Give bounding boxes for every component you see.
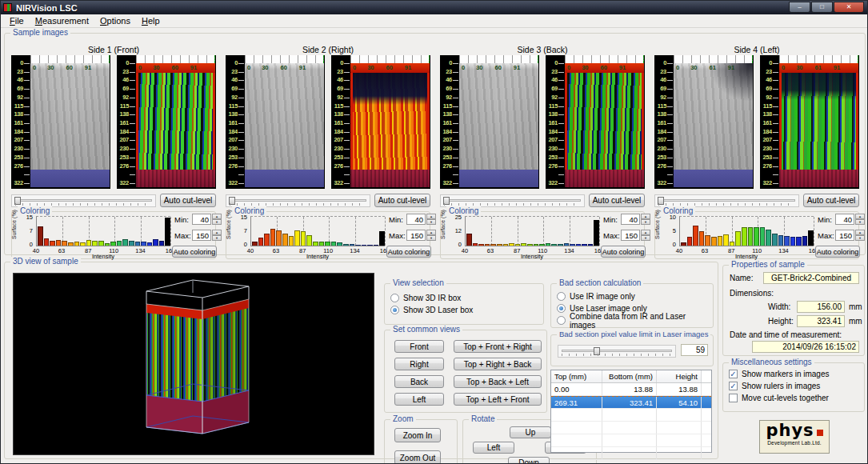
name-field[interactable]: GET-Brick2-Combined	[763, 272, 859, 284]
table-header-cell[interactable]: Top (mm)	[551, 370, 602, 382]
misc-option[interactable]: ✓Show rulers in images	[723, 380, 864, 392]
auto-cut-level-button[interactable]: Auto cut-level	[803, 194, 859, 207]
ir-image[interactable]: 0306091	[30, 63, 110, 187]
3d-sample-render[interactable]	[13, 273, 374, 455]
menu-help[interactable]: Help	[136, 15, 166, 26]
cut-level-slider[interactable]	[654, 194, 799, 207]
spinner-down-icon[interactable]: ▼	[641, 235, 650, 241]
auto-coloring-button[interactable]: Auto coloring	[815, 246, 860, 258]
max-spinner[interactable]: ▲▼	[212, 230, 222, 241]
laser-image[interactable]: 0306091	[565, 63, 644, 187]
table-row[interactable]: 0.0013.8813.88	[551, 383, 711, 396]
table-row[interactable]: 269.31323.4154.10	[551, 396, 711, 409]
menu-file[interactable]: File	[4, 15, 30, 26]
width-field[interactable]: 156.00	[797, 301, 845, 313]
auto-coloring-button[interactable]: Auto coloring	[601, 246, 646, 258]
spinner-down-icon[interactable]: ▼	[641, 219, 650, 225]
radio-icon[interactable]	[557, 304, 566, 313]
spinner-up-icon[interactable]: ▲	[426, 230, 436, 235]
menu-measurement[interactable]: Measurement	[30, 15, 94, 26]
min-spinner[interactable]: ▲▼	[855, 214, 865, 225]
bad-section-option[interactable]: Use IR image only	[551, 290, 713, 302]
cut-level-slider[interactable]	[226, 194, 370, 207]
table-header-cell[interactable]: Height (mm)	[657, 370, 702, 382]
cut-level-slider[interactable]	[11, 194, 156, 207]
ir-image[interactable]: 0306091	[245, 63, 324, 187]
radio-icon[interactable]	[557, 316, 566, 325]
laser-image[interactable]: 0306091	[350, 63, 430, 187]
spinner-down-icon[interactable]: ▼	[212, 235, 222, 241]
date-field[interactable]: 2014/09/26 16:15:02	[752, 341, 859, 353]
view-left-button[interactable]: Left	[394, 393, 444, 406]
checkbox-icon[interactable]	[729, 394, 738, 402]
spinner-down-icon[interactable]: ▼	[855, 219, 865, 225]
view-combo-button[interactable]: Top + Back + Left	[454, 375, 542, 388]
view-right-button[interactable]: Right	[394, 358, 444, 370]
spinner-up-icon[interactable]: ▲	[641, 230, 650, 235]
spinner-down-icon[interactable]: ▼	[855, 235, 865, 241]
bad-sections-table[interactable]: Top (mm)Bottom (mm)Height (mm)0.0013.881…	[550, 370, 712, 453]
min-field[interactable]: 40	[835, 214, 854, 225]
bad-section-limit-value[interactable]: 59	[681, 344, 708, 356]
title-bar[interactable]: NIRVision LSC – □ ✕	[1, 1, 867, 14]
rotate-left-button[interactable]: Left	[473, 442, 514, 454]
menu-options[interactable]: Options	[94, 15, 136, 26]
radio-icon[interactable]	[390, 294, 399, 302]
view-selection-option[interactable]: Show 3D IR box	[385, 292, 543, 304]
rotate-up-button[interactable]: Up	[510, 426, 551, 438]
max-spinner[interactable]: ▲▼	[641, 230, 650, 241]
spinner-down-icon[interactable]: ▼	[426, 219, 436, 225]
view-selection-option[interactable]: Show 3D Laser box	[385, 304, 543, 316]
spinner-up-icon[interactable]: ▲	[855, 214, 865, 219]
spinner-up-icon[interactable]: ▲	[641, 214, 650, 219]
min-spinner[interactable]: ▲▼	[426, 214, 436, 225]
laser-image[interactable]: 0306191	[779, 63, 858, 187]
misc-option[interactable]: ✓Show markers in images	[723, 368, 864, 380]
bad-section-option[interactable]: Combine data from IR and Laser images	[551, 314, 713, 326]
spinner-down-icon[interactable]: ▼	[426, 235, 436, 241]
ir-image[interactable]: 0306091	[459, 63, 538, 187]
view-combo-button[interactable]: Top + Front + Right	[454, 340, 542, 353]
radio-icon[interactable]	[390, 306, 399, 314]
min-field[interactable]: 40	[192, 214, 211, 225]
max-spinner[interactable]: ▲▼	[426, 230, 436, 241]
max-field[interactable]: 150	[406, 230, 426, 241]
auto-coloring-button[interactable]: Auto coloring	[172, 246, 217, 258]
max-field[interactable]: 150	[192, 230, 211, 241]
max-field[interactable]: 150	[621, 230, 640, 241]
auto-cut-level-button[interactable]: Auto cut-level	[160, 194, 216, 207]
spinner-up-icon[interactable]: ▲	[855, 230, 865, 235]
spinner-down-icon[interactable]: ▼	[212, 219, 222, 225]
min-field[interactable]: 40	[621, 214, 640, 225]
spinner-up-icon[interactable]: ▲	[212, 230, 222, 235]
min-spinner[interactable]: ▲▼	[641, 214, 650, 225]
view-back-button[interactable]: Back	[394, 375, 444, 388]
view-front-button[interactable]: Front	[394, 340, 444, 353]
min-field[interactable]: 40	[406, 214, 426, 225]
view-combo-button[interactable]: Top + Left + Front	[454, 393, 542, 406]
maximize-button[interactable]: □	[811, 2, 833, 13]
zoom-in-button[interactable]: Zoom In	[394, 428, 441, 442]
cut-level-slider[interactable]	[440, 194, 585, 207]
bad-section-limit-slider[interactable]	[558, 345, 676, 358]
spinner-up-icon[interactable]: ▲	[426, 214, 436, 219]
auto-coloring-button[interactable]: Auto coloring	[386, 246, 431, 258]
table-header-cell[interactable]: Bottom (mm)	[602, 370, 657, 382]
auto-cut-level-button[interactable]: Auto cut-level	[589, 194, 645, 207]
max-spinner[interactable]: ▲▼	[855, 230, 865, 241]
checkbox-icon[interactable]: ✓	[729, 382, 738, 390]
view-combo-button[interactable]: Top + Right + Back	[454, 358, 542, 370]
laser-image[interactable]: 0306091	[136, 63, 215, 187]
ir-image[interactable]: 0306191	[674, 63, 753, 187]
radio-icon[interactable]	[557, 292, 566, 301]
spinner-up-icon[interactable]: ▲	[212, 214, 222, 219]
checkbox-icon[interactable]: ✓	[729, 370, 738, 378]
minimize-button[interactable]: –	[789, 2, 810, 13]
min-spinner[interactable]: ▲▼	[212, 214, 222, 225]
close-button[interactable]: ✕	[834, 2, 864, 13]
zoom-out-button[interactable]: Zoom Out	[394, 450, 441, 464]
rotate-down-button[interactable]: Down	[508, 457, 550, 464]
misc-option[interactable]: Move cut-levels together	[723, 392, 864, 404]
height-field[interactable]: 323.41	[797, 315, 845, 327]
max-field[interactable]: 150	[835, 230, 854, 241]
